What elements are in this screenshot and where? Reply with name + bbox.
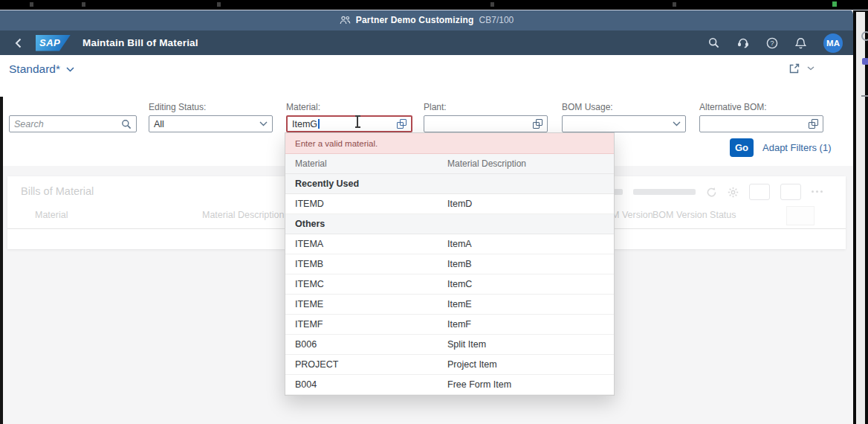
material-cell: ITEME [285,299,447,309]
table-toolbar [589,184,825,200]
back-chevron-icon[interactable] [10,36,25,51]
value-help-icon[interactable] [809,119,818,129]
avatar[interactable]: MA [823,33,843,53]
ghost-toolbar-button[interactable] [749,184,770,200]
shell-header: SAP Maintain Bill of Material ? MA [0,30,853,55]
window-left-edge [0,97,3,424]
material-description-cell: ItemD [447,199,614,209]
material-cell: B004 [285,379,447,390]
value-help-icon[interactable] [397,119,407,129]
notifications-bell-icon[interactable] [794,36,807,49]
alternative-bom-value[interactable] [705,119,809,129]
browser-chrome-fragment [30,2,33,7]
overflow-icon[interactable] [812,190,825,193]
material-description-cell: ItemE [447,299,614,309]
suggestion-list: Recently UsedITEMDItemDOthersITEMAItemAI… [285,174,614,395]
column-header[interactable]: BOM Version Status [652,210,736,220]
alternative-bom-input[interactable] [699,115,823,132]
chevron-down-icon[interactable] [807,66,814,71]
suggestion-row[interactable]: ITEMFItemF [285,315,614,335]
column-header[interactable]: Material [35,210,68,220]
adapt-filters-link[interactable]: Adapt Filters (1) [762,142,831,153]
search-input[interactable] [14,119,121,129]
app-title: Maintain Bill of Material [82,37,198,48]
ghost-toolbar-button[interactable] [780,184,801,200]
circle-icon[interactable] [861,31,868,41]
bom-usage-select[interactable] [562,115,686,132]
suggestion-row[interactable]: B006Split Item [285,335,614,355]
material-description-cell: Project Item [447,359,614,370]
share-icon[interactable] [788,62,800,74]
variant-name[interactable]: Standard* [9,62,60,76]
search-field[interactable] [9,115,137,132]
suggestion-row[interactable]: ITEMDItemD [285,194,614,214]
material-description-cell: ItemB [447,259,614,269]
people-icon [340,16,351,25]
dash-icon [861,95,868,97]
browser-side-strip [856,12,865,424]
extension-icon[interactable] [862,58,868,65]
material-input[interactable]: ItemG [286,115,412,132]
sap-logo[interactable]: SAP [36,35,71,51]
suggestion-group-header: Recently Used [285,174,614,194]
search-icon[interactable] [121,119,132,129]
browser-chrome-fragment [673,2,676,7]
suggestion-row[interactable]: B004Free Form Item [285,375,614,395]
field-label: Material: [286,102,320,112]
browser-chrome-fragment [217,2,221,7]
search-icon[interactable] [707,36,720,49]
field-label: Alternative BOM: [699,102,767,112]
suggestion-group-header: Others [285,214,614,234]
suggestion-row[interactable]: ITEMEItemE [285,295,614,315]
suggestion-row[interactable]: ITEMBItemB [285,254,614,274]
material-value: ItemG [292,119,317,129]
material-suggestion-popover: Enter a valid material. Material Materia… [285,132,615,396]
material-description-cell: Split Item [447,339,614,350]
browser-chrome-fragment [832,1,837,7]
browser-chrome-fragment [82,2,85,7]
material-description-cell: ItemA [447,239,614,249]
chevron-down-icon [673,121,681,126]
material-description-cell: ItemF [447,319,614,330]
suggestion-row[interactable]: ITEMCItemC [285,274,614,295]
settings-icon[interactable] [728,187,739,198]
field-label: Editing Status: [149,102,206,112]
system-id: CB7/100 [479,15,514,25]
editing-status-value: All [154,119,259,129]
browser-chrome-fragment [490,2,494,7]
suggestion-column-headers: Material Material Description [285,154,614,174]
material-cell: ITEMA [285,239,447,249]
suggestion-row[interactable]: PROJECTProject Item [285,355,614,375]
error-message: Enter a valid material. [285,133,614,154]
refresh-icon[interactable] [706,187,717,198]
material-cell: B006 [285,339,447,350]
field-label: Plant: [424,102,447,112]
chevron-down-icon [66,67,74,72]
material-cell: ITEMB [285,259,447,269]
text-caret [318,119,320,129]
table-title: Bills of Material [21,185,94,197]
suggestion-row[interactable]: ITEMAItemA [285,234,614,254]
column-header: Material [285,158,447,169]
ghost-header-button [786,206,814,225]
material-description-cell: Free Form Item [447,379,614,390]
plant-input[interactable] [424,115,548,132]
material-description-cell: ItemC [447,279,614,289]
variant-selector[interactable]: Standard* [9,62,74,76]
system-bar-title: Partner Demo Customizing [356,15,474,25]
column-header[interactable]: Material Description [202,210,284,220]
value-help-icon[interactable] [533,119,542,129]
material-cell: PROJECT [285,359,447,370]
go-button[interactable]: Go [730,138,754,157]
browser-side-panel [853,0,868,424]
browser-chrome-bar [0,0,868,10]
material-cell: ITEMC [285,279,447,289]
ghost-toolbar-text [633,189,696,195]
field-label: BOM Usage: [562,102,613,112]
chevron-down-icon [259,121,268,126]
plant-value[interactable] [429,119,533,129]
editing-status-select[interactable]: All [149,115,273,132]
material-cell: ITEMF [285,319,447,330]
support-headset-icon[interactable] [736,36,749,49]
help-icon[interactable]: ? [765,36,778,49]
